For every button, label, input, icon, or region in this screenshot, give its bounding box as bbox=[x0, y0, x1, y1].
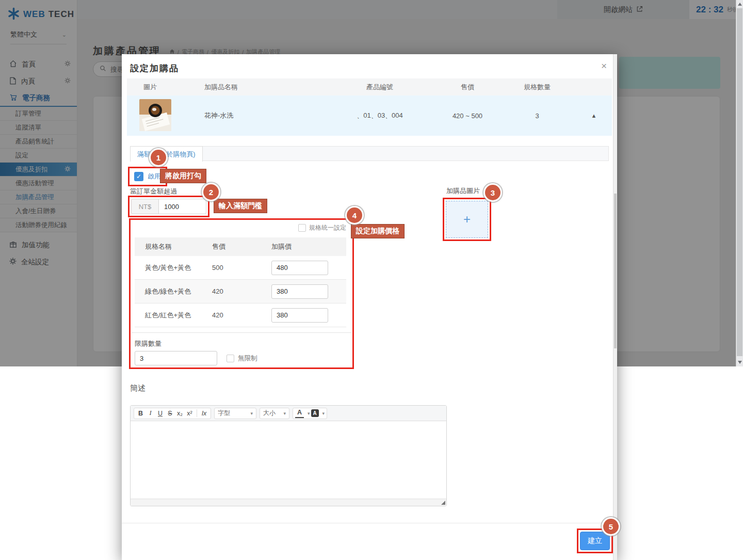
chevron-down-icon: ▾ bbox=[283, 411, 286, 416]
product-code: 、01、03、004 bbox=[323, 111, 437, 120]
modal-title: 設定加購品 bbox=[130, 62, 179, 74]
limit-label: 限購數量 bbox=[135, 339, 352, 348]
spec-price: 500 bbox=[212, 264, 271, 271]
plus-icon: + bbox=[463, 212, 471, 227]
spec-price: 420 bbox=[212, 287, 271, 295]
addon-settings-modal: 設定加購品 × 圖片 加購品名稱 產品編號 售價 規格數量 花神-水洗 、01、… bbox=[122, 54, 617, 560]
table-row: 綠色/綠色+黃色 420 bbox=[135, 280, 346, 303]
addon-image-label: 加購品圖片 bbox=[446, 186, 480, 196]
table-row: 紅色/紅色+黃色 420 bbox=[135, 303, 346, 327]
chevron-down-icon: ▾ bbox=[250, 411, 253, 416]
product-price-range: 420 ~ 500 bbox=[437, 112, 498, 120]
table-row[interactable]: 花神-水洗 、01、03、004 420 ~ 500 3 ▲ bbox=[127, 95, 612, 136]
bold-button[interactable]: B bbox=[136, 409, 145, 418]
scroll-down-icon[interactable] bbox=[738, 361, 742, 364]
tab-threshold-addon[interactable]: 滿額加購(於購物頁) bbox=[130, 146, 203, 162]
product-table-header: 圖片 加購品名稱 產品編號 售價 規格數量 bbox=[127, 78, 612, 95]
scrollbar-thumb[interactable] bbox=[614, 194, 617, 348]
font-family-select[interactable]: 字型 ▾ bbox=[214, 408, 256, 419]
addon-price-input[interactable] bbox=[271, 261, 328, 275]
scroll-up-icon[interactable] bbox=[738, 3, 742, 6]
spec-name: 紅色/紅色+黃色 bbox=[135, 311, 212, 320]
text-color-button[interactable]: A bbox=[295, 409, 304, 418]
threshold-input[interactable] bbox=[159, 199, 206, 214]
rich-text-editor: B I U S x₂ x² Ix 字型 ▾ 大小 ▾ bbox=[130, 405, 447, 506]
collapse-arrow-icon[interactable]: ▲ bbox=[576, 113, 612, 119]
spec-price: 420 bbox=[212, 311, 271, 319]
unlimited-setting[interactable]: 無限制 bbox=[227, 354, 257, 363]
uniform-setting[interactable]: 規格統一設定 bbox=[298, 223, 346, 232]
create-button[interactable]: 建立 bbox=[580, 532, 610, 550]
underline-button[interactable]: U bbox=[156, 409, 165, 418]
unlimited-checkbox[interactable] bbox=[227, 355, 234, 362]
chevron-down-icon: ▾ bbox=[308, 411, 310, 416]
product-table: 圖片 加購品名稱 產品編號 售價 規格數量 花神-水洗 、01、03、004 4… bbox=[127, 78, 612, 136]
table-row: 黃色/黃色+黃色 500 bbox=[135, 256, 346, 280]
subscript-button[interactable]: x₂ bbox=[175, 409, 184, 418]
chevron-down-icon: ▾ bbox=[322, 411, 325, 416]
page-scrollbar[interactable] bbox=[736, 0, 743, 366]
product-name: 花神-水洗 bbox=[199, 111, 323, 120]
enable-checkbox[interactable] bbox=[134, 172, 143, 181]
resize-handle-icon[interactable] bbox=[441, 501, 445, 505]
image-upload-box[interactable]: + bbox=[446, 201, 488, 238]
uniform-label: 規格統一設定 bbox=[309, 223, 346, 232]
annotation-label-2: 輸入滿額門檻 bbox=[214, 199, 267, 213]
font-size-select[interactable]: 大小 ▾ bbox=[260, 408, 289, 419]
annotation-badge-5: 5 bbox=[603, 519, 619, 534]
modal-scrollbar[interactable] bbox=[613, 54, 617, 560]
scrollbar-thumb[interactable] bbox=[737, 8, 742, 356]
product-thumbnail bbox=[139, 99, 171, 131]
description-label: 簡述 bbox=[130, 383, 146, 393]
annotation-box-prices: 規格統一設定 規格名稱 售價 加購價 黃色/黃色+黃色 500 綠色/綠色+黃色… bbox=[129, 218, 354, 369]
spec-name: 綠色/綠色+黃色 bbox=[135, 287, 212, 296]
divider bbox=[132, 332, 351, 333]
editor-content-area[interactable] bbox=[131, 421, 446, 499]
annotation-box-threshold: NT$ bbox=[128, 196, 209, 217]
remove-format-button[interactable]: Ix bbox=[200, 409, 208, 418]
tab-bar: 滿額加購(於購物頁) bbox=[130, 146, 609, 161]
app-screen: 開啟網站 22 : 32 秒後登出 米洛-謝弘... ▼ WEB TECH 繁體… bbox=[0, 0, 743, 560]
annotation-label-4: 設定加購價格 bbox=[351, 224, 405, 238]
spec-table-header: 規格名稱 售價 加購價 bbox=[135, 237, 346, 256]
editor-footer bbox=[131, 499, 446, 506]
unlimited-label: 無限制 bbox=[238, 354, 257, 363]
background-color-button[interactable]: A bbox=[311, 409, 319, 417]
italic-button[interactable]: I bbox=[146, 409, 155, 418]
annotation-label-1: 將啟用打勾 bbox=[160, 169, 206, 183]
annotation-badge-2: 2 bbox=[203, 184, 219, 200]
annotation-badge-4: 4 bbox=[347, 207, 362, 223]
modal-footer-divider bbox=[122, 523, 617, 523]
limit-input[interactable] bbox=[135, 351, 217, 365]
annotation-badge-1: 1 bbox=[151, 150, 166, 165]
strikethrough-button[interactable]: S bbox=[166, 409, 174, 418]
editor-toolbar: B I U S x₂ x² Ix 字型 ▾ 大小 ▾ bbox=[131, 406, 446, 421]
uniform-checkbox[interactable] bbox=[298, 224, 306, 232]
product-spec-count: 3 bbox=[498, 112, 576, 120]
addon-price-input[interactable] bbox=[271, 284, 328, 299]
spec-table: 規格名稱 售價 加購價 黃色/黃色+黃色 500 綠色/綠色+黃色 420 紅色… bbox=[135, 237, 346, 327]
spec-name: 黃色/黃色+黃色 bbox=[135, 263, 212, 273]
addon-price-input[interactable] bbox=[271, 308, 328, 323]
annotation-badge-3: 3 bbox=[485, 185, 500, 200]
close-icon[interactable]: × bbox=[601, 60, 607, 72]
superscript-button[interactable]: x² bbox=[185, 409, 194, 418]
enable-label: 啟用 bbox=[148, 172, 161, 181]
currency-addon: NT$ bbox=[131, 199, 159, 214]
threshold-label: 當訂單金額超過 bbox=[130, 187, 177, 196]
annotation-box-image: + bbox=[443, 198, 491, 241]
